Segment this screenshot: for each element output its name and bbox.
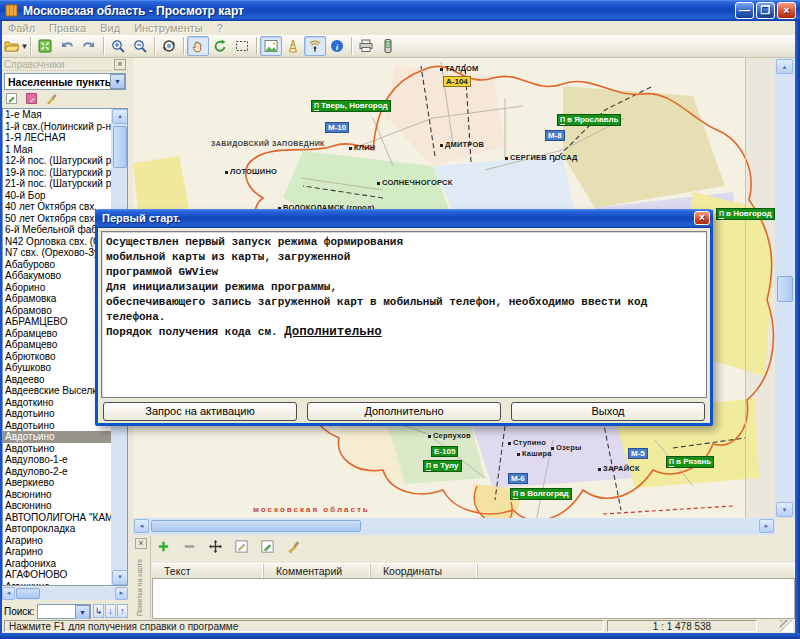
list-item[interactable]: 40-й Бор (3, 190, 112, 202)
chevron-down-icon[interactable]: ▼ (75, 605, 90, 620)
exit-button[interactable]: Выход (511, 402, 705, 421)
request-activation-button[interactable]: Запрос на активацию (103, 402, 297, 421)
close-button[interactable]: × (777, 2, 796, 19)
list-item[interactable]: АВТОПОЛИГОНА "КАМИ" ПОСЕ (3, 512, 112, 524)
list-horizontal-scrollbar[interactable]: ◄ ► (2, 587, 128, 600)
notes-panel-tab[interactable]: × Пометки на карте (133, 536, 151, 619)
column-header[interactable]: Текст (152, 564, 264, 578)
list-item[interactable]: Авдулово-1-е (3, 454, 112, 466)
phone-button[interactable] (377, 36, 399, 56)
list-item[interactable]: АГАФОНОВО (3, 569, 112, 581)
fit-extent-icon (37, 38, 53, 54)
list-item[interactable]: Авдотьино (3, 431, 112, 443)
maximize-button[interactable]: ❐ (756, 2, 775, 19)
list-scroll-thumb[interactable] (113, 126, 127, 168)
zoom-out-button[interactable] (129, 36, 151, 56)
chevron-down-icon[interactable]: ▼ (21, 42, 29, 51)
search-refresh-button[interactable] (158, 36, 180, 56)
notes-panel-close-button[interactable]: × (135, 538, 147, 549)
undo-button[interactable] (56, 36, 78, 56)
select-area-button[interactable] (231, 36, 253, 56)
pan-tool-button[interactable] (187, 36, 209, 56)
minimize-button[interactable]: — (735, 2, 754, 19)
zoom-in-button[interactable] (107, 36, 129, 56)
list-item[interactable]: 1-е Мая (3, 109, 112, 121)
clear-list-button[interactable] (44, 92, 59, 106)
scroll-left-icon[interactable]: ◄ (134, 519, 149, 533)
list-item[interactable]: Автопрокладка (3, 523, 112, 535)
goto-result-button[interactable]: ↳ (93, 604, 104, 618)
list-item[interactable]: Агарино (3, 535, 112, 547)
rotate-view-button[interactable] (209, 36, 231, 56)
search-input[interactable]: ▼ (37, 604, 92, 619)
edit-style-button[interactable] (24, 92, 39, 106)
menu-item[interactable]: Правка (49, 22, 86, 34)
fit-extent-button[interactable] (34, 36, 56, 56)
map-horizontal-scrollbar[interactable]: ◄ ► (133, 518, 775, 535)
sidebar-close-button[interactable]: × (114, 59, 126, 70)
scroll-down-icon[interactable]: ▼ (776, 502, 793, 517)
notes-table-header[interactable]: ТекстКомментарийКоординаты (152, 563, 795, 579)
edit-object-button[interactable] (4, 92, 19, 106)
chevron-down-icon[interactable]: ▼ (110, 74, 125, 89)
list-item[interactable]: Аверкиево (3, 477, 112, 489)
tower-button[interactable] (282, 36, 304, 56)
clear-notes-button[interactable] (285, 539, 302, 555)
find-down-button[interactable]: ↓ (105, 604, 116, 618)
edit-note-text-button[interactable] (259, 539, 276, 555)
dialog-more-link[interactable]: Дополнительно (284, 325, 382, 339)
info-button[interactable]: i (326, 36, 348, 56)
dialog-close-button[interactable]: × (694, 211, 710, 225)
map-hscroll-thumb[interactable] (151, 520, 361, 532)
notes-table-body[interactable] (152, 579, 795, 619)
menu-item[interactable]: Файл (8, 22, 35, 34)
mobile-map-button[interactable] (260, 36, 282, 56)
open-map-button[interactable]: ▼ (5, 36, 27, 56)
signal-icon (307, 38, 323, 54)
dialog-title-bar[interactable]: Первый старт. × (95, 209, 713, 228)
list-item[interactable]: Агашкино (3, 581, 112, 587)
notes-toolbar (155, 539, 302, 555)
list-item[interactable]: Авсюнино (3, 500, 112, 512)
list-item[interactable]: Авдулово-2-е (3, 466, 112, 478)
list-item[interactable]: Агафониха (3, 558, 112, 570)
map-town-label: Серпухов (428, 431, 471, 440)
resize-grip-icon[interactable] (780, 620, 793, 632)
scroll-down-icon[interactable]: ▼ (112, 570, 128, 585)
print-button[interactable] (355, 36, 377, 56)
list-item[interactable]: 19-й пос. (Шатурский р-н) (3, 167, 112, 179)
list-item[interactable]: 1-й свх.(Нолинский р-н) (3, 121, 112, 133)
menu-item[interactable]: Инструменты (134, 22, 203, 34)
signal-button[interactable] (304, 36, 326, 56)
scroll-left-icon[interactable]: ◄ (2, 587, 15, 600)
scroll-up-icon[interactable]: ▲ (112, 109, 128, 124)
find-up-button[interactable]: ↑ (117, 604, 128, 618)
map-vscroll-thumb[interactable] (777, 276, 793, 302)
map-vertical-scrollbar[interactable]: ▲ ▼ (775, 58, 795, 518)
column-header[interactable]: Координаты (371, 564, 478, 578)
column-header[interactable]: Комментарий (264, 564, 371, 578)
list-item[interactable]: 1-Я ЛЕСНАЯ (3, 132, 112, 144)
list-item[interactable]: Агарино (3, 546, 112, 558)
scroll-up-icon[interactable]: ▲ (776, 59, 793, 74)
list-item[interactable]: Авсюнино (3, 489, 112, 501)
more-info-button[interactable]: Дополнительно (307, 402, 501, 421)
title-bar[interactable]: Московская область - Просмотр карт — ❐ × (0, 0, 800, 21)
list-item[interactable]: Авдотьино (3, 443, 112, 455)
menu-item[interactable]: ? (217, 22, 223, 34)
list-item[interactable]: 1 Мая (3, 144, 112, 156)
add-note-button[interactable] (155, 539, 172, 555)
edit-note-button[interactable] (233, 539, 250, 555)
list-item[interactable]: 21-й пос. (Шатурский р-н) (3, 178, 112, 190)
category-select[interactable]: Населенные пункты ▼ (4, 73, 126, 90)
list-item[interactable]: 12-й пос. (Шатурский р-н) (3, 155, 112, 167)
scroll-right-icon[interactable]: ► (759, 519, 774, 533)
menu-item[interactable]: Вид (100, 22, 120, 34)
toolbar-separator (154, 37, 155, 55)
delete-note-button[interactable] (181, 539, 198, 555)
clear-notes-icon (286, 539, 301, 556)
move-note-button[interactable] (207, 539, 224, 555)
redo-button[interactable] (78, 36, 100, 56)
scroll-right-icon[interactable]: ► (115, 587, 128, 600)
list-hscroll-thumb[interactable] (16, 588, 40, 599)
